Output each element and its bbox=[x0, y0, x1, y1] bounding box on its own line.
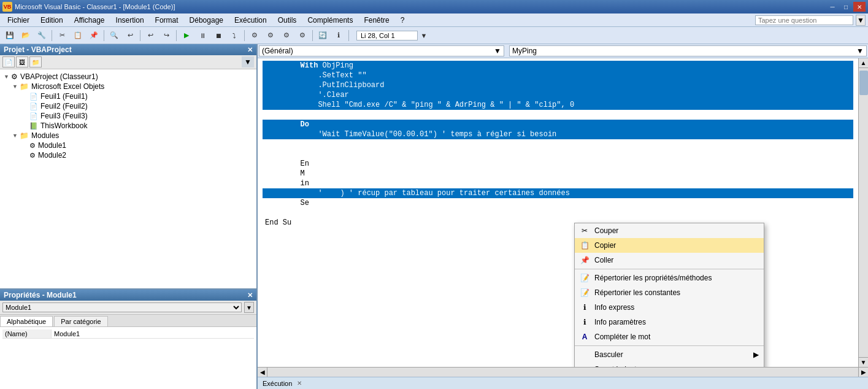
scroll-right[interactable]: ▶ bbox=[858, 368, 868, 377]
separator7 bbox=[348, 30, 349, 41]
minimize-button[interactable]: ─ bbox=[826, 2, 839, 12]
properties-dropdown-btn[interactable]: ▼ bbox=[244, 302, 254, 313]
project-scroll[interactable]: ▼ bbox=[242, 56, 254, 67]
myping-dropdown[interactable]: MyPing ▼ bbox=[509, 45, 867, 56]
expand-icon: ▼ bbox=[4, 74, 11, 80]
menu-outils[interactable]: Outils bbox=[273, 15, 302, 26]
tree-item-excel-objets[interactable]: ▼ 📁 Microsoft Excel Objets bbox=[2, 82, 254, 91]
close-button[interactable]: ✕ bbox=[853, 2, 866, 12]
code-line-3: .PutInClipboard bbox=[263, 80, 853, 90]
menu-debogage[interactable]: Débogage bbox=[185, 15, 228, 26]
sheet-icon3: 📄 bbox=[29, 112, 38, 120]
tab-par-categorie[interactable]: Par catégorie bbox=[54, 316, 107, 326]
module1-icon: ⚙ bbox=[29, 142, 36, 150]
project-view-form[interactable]: 🖼 bbox=[16, 56, 28, 67]
properties-close[interactable]: ✕ bbox=[247, 291, 253, 299]
sheet-icon2: 📄 bbox=[29, 102, 38, 110]
ctx-repertorier-props[interactable]: 📝 Répertorier les propriétés/méthodes bbox=[575, 271, 764, 285]
tree-item-modules[interactable]: ▼ 📁 Modules bbox=[2, 131, 254, 141]
toolbar-replace[interactable]: ↩ bbox=[123, 29, 137, 42]
toolbar-cut[interactable]: ✂ bbox=[55, 29, 69, 42]
ctx-repertorier-const[interactable]: 📝 Répertorier les constantes bbox=[575, 285, 764, 300]
toolbar-info[interactable]: ℹ bbox=[331, 29, 346, 42]
toolbar-paste[interactable]: 📌 bbox=[86, 29, 101, 42]
separator3 bbox=[140, 30, 140, 41]
toolbar-find[interactable]: 🔍 bbox=[107, 29, 121, 42]
ctx-basculer-label: Basculer bbox=[594, 350, 623, 359]
properties-dropdown[interactable]: Module1 bbox=[2, 302, 242, 312]
ctx-coller[interactable]: 📌 Coller bbox=[575, 253, 764, 268]
maximize-button[interactable]: □ bbox=[840, 2, 852, 12]
toolbar-refresh[interactable]: 🔄 bbox=[315, 29, 330, 42]
menu-fichier[interactable]: Fichier bbox=[2, 15, 34, 26]
title-bar: VB Microsoft Visual Basic - Classeur1 - … bbox=[0, 0, 868, 13]
ctx-info-express[interactable]: ℹ Info express bbox=[575, 300, 764, 315]
ctx-info-params[interactable]: ℹ Info paramètres bbox=[575, 315, 764, 329]
tree-item-vbaproject[interactable]: ▼ ⚙ VBAProject (Classeur1) bbox=[2, 72, 254, 82]
menu-insertion[interactable]: Insertion bbox=[111, 15, 149, 26]
code-scrollbar-v[interactable]: ▲ ▼ bbox=[858, 58, 868, 367]
code-header: (Général) ▼ MyPing ▼ bbox=[258, 44, 868, 58]
project-view-code[interactable]: 📄 bbox=[2, 56, 15, 67]
scroll-track[interactable] bbox=[859, 96, 868, 357]
toolbar-btn1[interactable]: 🔧 bbox=[34, 29, 49, 42]
code-scrollbar-h[interactable]: ◀ ▶ bbox=[258, 367, 868, 377]
properties-content: (Name) Module1 bbox=[0, 327, 256, 389]
toolbar-more3[interactable]: ⚙ bbox=[279, 29, 294, 42]
toolbar-save[interactable]: 💾 bbox=[2, 29, 17, 42]
menu-help[interactable]: ? bbox=[396, 15, 410, 26]
general-dropdown[interactable]: (Général) ▼ bbox=[259, 45, 504, 56]
tree-item-module2[interactable]: ⚙ Module2 bbox=[2, 150, 254, 160]
props-key-name: (Name) bbox=[2, 329, 52, 338]
toolbar-pause[interactable]: ⏸ bbox=[195, 29, 210, 42]
toolbar-more2[interactable]: ⚙ bbox=[263, 29, 278, 42]
ctx-copier[interactable]: 📋 Copier bbox=[575, 238, 764, 253]
ctx-basculer[interactable]: Basculer ▶ bbox=[575, 347, 764, 362]
ctx-sep1 bbox=[575, 269, 764, 269]
scroll-up[interactable]: ▲ bbox=[859, 58, 868, 68]
tab-alphabetique[interactable]: Alphabétique bbox=[0, 316, 53, 326]
toolbar-step[interactable]: ⤵ bbox=[227, 29, 242, 42]
context-menu: ✂ Couper 📋 Copier 📌 Coller 📝 Répertorier… bbox=[574, 223, 764, 367]
tree-item-thisworkbook[interactable]: 📗 ThisWorkbook bbox=[2, 121, 254, 131]
code-area[interactable]: With ObjPing .SetText "" .PutInClipboard… bbox=[258, 58, 858, 367]
scroll-thumb[interactable] bbox=[859, 71, 868, 95]
basculer-arrow: ▶ bbox=[753, 350, 759, 359]
toolbar-redo[interactable]: ↪ bbox=[159, 29, 174, 42]
folder-icon: ⚙ bbox=[11, 72, 18, 81]
toolbar-undo[interactable]: ↩ bbox=[143, 29, 158, 42]
info-params-icon: ℹ bbox=[580, 317, 590, 327]
tree-label-module1: Module1 bbox=[38, 141, 66, 150]
status-position: Li 28, Col 1 bbox=[356, 31, 418, 40]
ctx-smart-indent[interactable]: Smart Indent ▶ bbox=[575, 362, 764, 367]
scroll-h-track[interactable] bbox=[267, 368, 858, 377]
toolbar-copy[interactable]: 📋 bbox=[71, 29, 85, 42]
menu-complements[interactable]: Compléments bbox=[302, 15, 358, 26]
tree-item-feuil2[interactable]: 📄 Feuil2 (Feuil2) bbox=[2, 101, 254, 111]
menu-execution[interactable]: Exécution bbox=[229, 15, 272, 26]
left-panel: Projet - VBAProject ✕ 📄 🖼 📁 ▼ ▼ ⚙ VBAPro… bbox=[0, 44, 258, 389]
project-toggle-folder[interactable]: 📁 bbox=[29, 56, 42, 67]
main-layout: Projet - VBAProject ✕ 📄 🖼 📁 ▼ ▼ ⚙ VBAPro… bbox=[0, 44, 868, 389]
menu-affichage[interactable]: Affichage bbox=[69, 15, 110, 26]
ctx-couper[interactable]: ✂ Couper bbox=[575, 223, 764, 238]
ctx-completer[interactable]: A Compléter le mot bbox=[575, 329, 764, 344]
scroll-left[interactable]: ◀ bbox=[258, 368, 267, 377]
search-input[interactable] bbox=[755, 15, 853, 25]
toolbar-run[interactable]: ▶ bbox=[179, 29, 194, 42]
tree-item-module1[interactable]: ⚙ Module1 bbox=[2, 141, 254, 150]
tree-label-module2: Module2 bbox=[38, 151, 66, 160]
tree-item-feuil1[interactable]: 📄 Feuil1 (Feuil1) bbox=[2, 91, 254, 101]
menu-edition[interactable]: Edition bbox=[36, 15, 68, 26]
search-dropdown[interactable]: ▼ bbox=[856, 15, 866, 26]
toolbar-open[interactable]: 📂 bbox=[18, 29, 33, 42]
toolbar-more4[interactable]: ⚙ bbox=[295, 29, 310, 42]
status-dropdown[interactable]: ▼ bbox=[419, 29, 429, 42]
tree-item-feuil3[interactable]: 📄 Feuil3 (Feuil3) bbox=[2, 111, 254, 121]
project-close-btn[interactable]: ✕ bbox=[247, 46, 253, 54]
toolbar-more1[interactable]: ⚙ bbox=[247, 29, 262, 42]
menu-fenetre[interactable]: Fenêtre bbox=[359, 15, 394, 26]
scroll-down[interactable]: ▼ bbox=[859, 357, 868, 367]
toolbar-stop[interactable]: ⏹ bbox=[211, 29, 226, 42]
menu-format[interactable]: Format bbox=[150, 15, 183, 26]
